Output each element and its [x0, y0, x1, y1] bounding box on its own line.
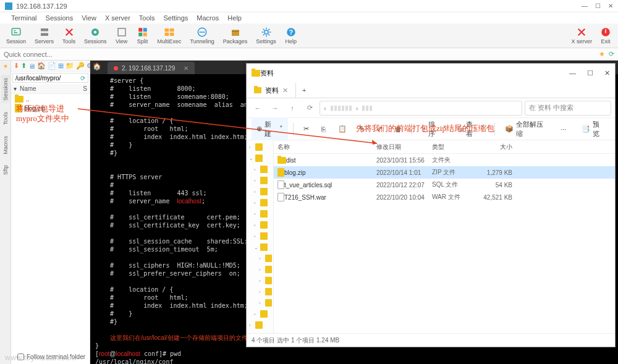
- path-refresh-icon[interactable]: ⟳: [80, 75, 85, 82]
- file-row[interactable]: dist2023/10/31 15:56文件夹: [274, 154, 615, 166]
- col-name[interactable]: 名称: [277, 143, 376, 151]
- explorer-close[interactable]: ✕: [604, 69, 610, 77]
- svg-rect-8: [138, 33, 142, 36]
- view-button[interactable]: View: [112, 25, 132, 46]
- menu-tools[interactable]: Tools: [139, 14, 155, 22]
- computer-icon[interactable]: 🖥: [28, 62, 35, 70]
- tab-sessions[interactable]: Sessions: [1, 75, 10, 103]
- folder-up-icon: [15, 96, 23, 103]
- refresh-icon[interactable]: ⟳: [609, 50, 614, 58]
- minimize-button[interactable]: —: [582, 2, 588, 9]
- sidebar-path[interactable]: /usr/local/mypro/ ⟳: [12, 73, 88, 83]
- help-button[interactable]: ?Help: [281, 25, 301, 46]
- upload-icon[interactable]: ⬆: [21, 62, 27, 70]
- tunneling-button[interactable]: Tunneling: [187, 25, 218, 46]
- search-input[interactable]: 在 资料 中搜索: [525, 101, 611, 116]
- watermark: www.toymoban.com: [5, 353, 76, 362]
- explorer-minimize[interactable]: —: [569, 69, 576, 77]
- svg-rect-9: [143, 33, 146, 36]
- terminal-tab[interactable]: 2. 192.168.137.129 ✕: [108, 62, 195, 74]
- explorer-title: 资料: [260, 69, 569, 78]
- forward-button[interactable]: →: [268, 101, 282, 116]
- tab-close-icon[interactable]: ✕: [184, 65, 188, 72]
- file-row[interactable]: T216_SSH.war2022/10/20 10:04WAR 文件42,521…: [274, 191, 615, 203]
- menubar: Terminal Sessions View X server Tools Se…: [0, 12, 618, 23]
- sidebar-toolbar: ⬇ ⬆ 🖥 🏠 📄 ⊞ 📁 🔑 ⚙: [11, 61, 90, 72]
- zip-icon: [277, 168, 284, 177]
- folder-icon[interactable]: 📁: [66, 62, 74, 70]
- exit-button[interactable]: Exit: [596, 25, 616, 46]
- menu-help[interactable]: Help: [227, 14, 242, 22]
- view-button[interactable]: ≡ 查看 ˅: [454, 117, 489, 141]
- sidebar-item-blog[interactable]: blog.zip: [12, 103, 88, 113]
- col-date[interactable]: 修改日期: [376, 143, 432, 151]
- download-icon[interactable]: ⬇: [14, 62, 19, 70]
- star-icon[interactable]: ★: [599, 50, 605, 58]
- file-row[interactable]: t_vue_articles.sql2022/10/12 22:07SQL 文件…: [274, 179, 615, 191]
- quick-connect-input[interactable]: [4, 51, 595, 58]
- col-name[interactable]: Name: [20, 85, 75, 92]
- rename-icon[interactable]: ✎: [354, 122, 370, 135]
- doc-icon[interactable]: 📄: [48, 62, 56, 70]
- left-tabs: ★ Sessions Tools Macros Sftp: [0, 61, 11, 364]
- explorer-toolbar: ⊕ 新建 ˅ ✂ ⎘ 📋 ✎ ↗ 🗑 ↕ 排序 ˅ ≡ 查看 ˅ 📦 全部解压缩…: [247, 118, 615, 140]
- key-icon[interactable]: 🔑: [76, 62, 85, 70]
- tab-macros[interactable]: Macros: [1, 133, 10, 157]
- tab-star-icon[interactable]: ★: [3, 63, 8, 69]
- back-button[interactable]: ←: [250, 101, 265, 116]
- menu-settings[interactable]: Settings: [164, 14, 188, 22]
- svg-rect-20: [605, 30, 606, 33]
- explorer-tab[interactable]: 资料 ✕: [247, 83, 296, 98]
- copy-icon[interactable]: ⎘: [316, 123, 331, 135]
- win-icon[interactable]: ⊞: [58, 62, 64, 70]
- tab-sftp[interactable]: Sftp: [1, 163, 10, 177]
- menu-sessions[interactable]: Sessions: [46, 14, 74, 22]
- xserver-button[interactable]: X server: [567, 25, 596, 46]
- explorer-tree[interactable]: › ⌄ › › › › › › › ⌄ › › › › › › ›: [247, 140, 274, 333]
- cut-icon[interactable]: ✂: [298, 122, 314, 135]
- paste-icon[interactable]: 📋: [333, 122, 352, 135]
- preview-button[interactable]: 📑 预览: [577, 117, 611, 141]
- file-row[interactable]: blog.zip2022/10/14 1:01ZIP 文件1,279 KB: [274, 166, 615, 179]
- delete-icon[interactable]: 🗑: [390, 123, 407, 135]
- tab-tools[interactable]: Tools: [1, 109, 10, 127]
- col-size[interactable]: 大小: [475, 143, 512, 151]
- explorer-tab-close[interactable]: ✕: [282, 87, 288, 95]
- sidebar-item-up[interactable]: ..: [12, 95, 88, 103]
- sessions-button[interactable]: Sessions: [80, 25, 111, 46]
- explorer-maximize[interactable]: ☐: [587, 69, 593, 77]
- menu-macros[interactable]: Macros: [197, 14, 219, 22]
- explorer-new-tab[interactable]: +: [296, 83, 312, 98]
- share-icon[interactable]: ↗: [372, 122, 387, 135]
- menu-view[interactable]: View: [82, 14, 96, 22]
- new-button[interactable]: ⊕ 新建 ˅: [252, 117, 288, 141]
- explorer-content: › ⌄ › › › › › › › ⌄ › › › › › › › 名称 修改日…: [247, 140, 615, 333]
- menu-terminal[interactable]: Terminal: [11, 14, 37, 22]
- sort-button[interactable]: ↕ 排序 ˅: [417, 117, 452, 141]
- explorer-status: 4 个项目 选中 1 个项目 1.24 MB: [247, 333, 615, 347]
- tools-button[interactable]: Tools: [59, 25, 79, 46]
- up-button[interactable]: ↑: [285, 101, 300, 116]
- multiexec-button[interactable]: MultiExec: [154, 25, 185, 46]
- col-type[interactable]: 类型: [432, 143, 475, 151]
- svg-point-16: [265, 30, 268, 34]
- address-box[interactable]: › ▮▮▮▮▮▮ › ▮▮▮: [320, 101, 522, 116]
- session-button[interactable]: Session: [2, 25, 30, 46]
- explorer-addressbar: ← → ↑ ⟳ › ▮▮▮▮▮▮ › ▮▮▮ 在 资料 中搜索: [247, 98, 615, 118]
- maximize-button[interactable]: ☐: [595, 2, 601, 9]
- file-icon: [277, 193, 284, 201]
- refresh-button[interactable]: ⟳: [302, 101, 317, 116]
- svg-rect-10: [165, 28, 169, 32]
- extract-button[interactable]: 📦 全部解压缩: [500, 117, 553, 141]
- menu-xserver[interactable]: X server: [105, 14, 130, 22]
- settings-button[interactable]: Settings: [252, 25, 280, 46]
- col-s[interactable]: S: [75, 85, 87, 92]
- explorer-titlebar: 资料 — ☐ ✕: [247, 64, 615, 82]
- packages-button[interactable]: Packages: [219, 25, 252, 46]
- servers-button[interactable]: Servers: [31, 25, 57, 46]
- close-button[interactable]: ✕: [608, 2, 613, 9]
- terminal-home-icon[interactable]: 🏠: [93, 62, 103, 72]
- home-icon[interactable]: 🏠: [37, 62, 46, 70]
- more-button[interactable]: ···: [556, 123, 571, 135]
- split-button[interactable]: Split: [133, 25, 153, 46]
